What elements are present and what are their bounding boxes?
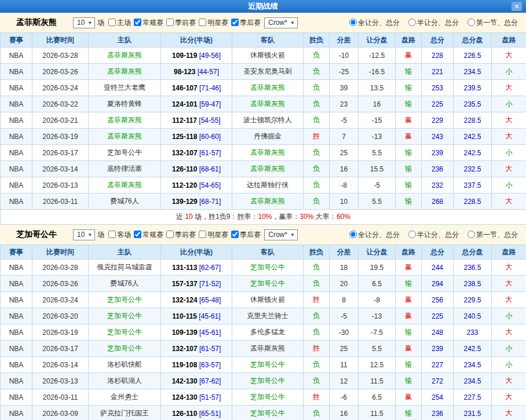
section-team-0: 孟菲斯灰熊 10 ▼ 场 主场 常规赛 季前赛 明星赛 季后赛 Crow* ▼ … xyxy=(0,13,526,225)
total-points-cell: 221 xyxy=(422,64,454,80)
filter-checkbox-playoffs-0[interactable]: 季后赛 xyxy=(228,18,261,28)
point-diff-cell: -25 xyxy=(330,64,359,80)
chevron-down-icon: ▼ xyxy=(290,20,295,25)
filter-checkbox-preseason-0[interactable]: 季前赛 xyxy=(163,18,196,28)
radio-input[interactable] xyxy=(349,231,357,238)
half-score: [54-65] xyxy=(197,181,221,189)
point-diff-cell: 16 xyxy=(330,161,359,177)
point-diff-cell: -10 xyxy=(330,48,359,64)
total-points-cell: 243 xyxy=(422,129,454,145)
handicap-line-cell: 11.5 xyxy=(359,406,396,420)
total-points-cell: 225 xyxy=(422,308,454,324)
point-diff-cell: -5 xyxy=(330,112,359,129)
result-cell: 负 xyxy=(304,357,330,373)
date-cell: 2026-03-24 xyxy=(32,80,89,96)
over-under-cell: 大 xyxy=(492,129,526,145)
total-points-cell: 236 xyxy=(422,161,454,177)
game-row: NBA2026-03-26孟菲斯灰熊98-123 [44-57]圣安东尼奥马刺负… xyxy=(1,64,526,80)
radio-input[interactable] xyxy=(467,19,475,26)
home-team-cell: 俄克拉荷马城雷霆 xyxy=(89,260,161,276)
playoffs-checkbox-1[interactable] xyxy=(231,231,239,238)
handicap-result-cell: 输 xyxy=(396,324,422,341)
filter-checkbox-allstar-0[interactable]: 明星赛 xyxy=(196,18,228,28)
league-cell: NBA xyxy=(1,96,32,112)
game-row: NBA2026-03-21孟菲斯灰熊112-117 [54-55]波士顿凯尔特人… xyxy=(1,112,526,129)
radio-input[interactable] xyxy=(408,19,416,26)
total-line-cell: 234.5 xyxy=(454,373,492,389)
total-points-cell: 253 xyxy=(422,80,454,96)
home-team-cell: 芝加哥公牛 xyxy=(89,145,161,161)
result-cell: 负 xyxy=(304,64,330,80)
col-header-away: 客队 xyxy=(232,245,304,260)
total-line-cell: 231.5 xyxy=(454,406,492,420)
close-icon[interactable]: ✕ xyxy=(512,2,522,11)
games-tbody-0: NBA2026-03-28孟菲斯灰熊109-119 [49-56]休斯顿火箭负-… xyxy=(1,48,526,225)
venue-checkbox-0[interactable] xyxy=(108,19,116,26)
allstar-checkbox-1[interactable] xyxy=(199,231,206,238)
preseason-checkbox-1[interactable] xyxy=(166,231,174,238)
handicap-line-cell: -16.5 xyxy=(359,64,396,80)
radio-input[interactable] xyxy=(467,231,475,238)
radio-half-handicap-1[interactable]: 半让分、总分 xyxy=(406,230,459,240)
games-count-select-0[interactable]: 10 ▼ xyxy=(73,17,95,28)
venue-checkbox-1[interactable] xyxy=(108,231,116,238)
radio-first-quarter-0[interactable]: 第一节、总分 xyxy=(465,18,518,28)
col-header-total: 总分 xyxy=(422,245,454,260)
half-score: [65-48] xyxy=(198,296,221,304)
game-row: NBA2026-03-24亚特兰大老鹰146-107 [71-46]孟菲斯灰熊负… xyxy=(1,80,526,96)
col-header-diff: 分差 xyxy=(330,33,359,48)
point-diff-cell: 18 xyxy=(330,260,359,276)
score-cell: 126-110 [65-51] xyxy=(161,406,232,420)
preseason-checkbox-0[interactable] xyxy=(166,19,174,26)
total-line-cell: 227.5 xyxy=(454,389,492,406)
filter-checkbox-playoffs-1[interactable]: 季后赛 xyxy=(228,230,261,240)
allstar-checkbox-0[interactable] xyxy=(199,19,206,26)
radio-full-handicap-0[interactable]: 全让分、总分 xyxy=(346,18,400,28)
handicap-result-cell: 赢 xyxy=(396,341,422,357)
regular-season-checkbox-1[interactable] xyxy=(134,231,141,238)
date-cell: 2026-03-11 xyxy=(32,193,89,210)
chevron-down-icon: ▼ xyxy=(87,20,92,25)
game-row: NBA2026-03-24芝加哥公牛132-124 [65-48]休斯顿火箭胜8… xyxy=(1,292,526,308)
league-cell: NBA xyxy=(1,389,32,406)
final-score: 112-117 xyxy=(172,116,197,125)
filter-checkbox-allstar-1[interactable]: 明星赛 xyxy=(196,230,228,240)
results-table-1: 赛事 比赛时间 主队 比分(半场) 客队 胜负 分差 让分盘 盘路 总分 总分盘… xyxy=(0,244,526,420)
games-tbody-1: NBA2026-03-28俄克拉荷马城雷霆131-113 [62-67]芝加哥公… xyxy=(1,260,526,420)
over-under-cell: 大 xyxy=(492,373,526,389)
radio-full-handicap-1[interactable]: 全让分、总分 xyxy=(346,230,400,240)
away-team-cell: 孟菲斯灰熊 xyxy=(232,341,304,357)
games-count-select-1[interactable]: 10 ▼ xyxy=(73,229,95,240)
column-header-row: 赛事 比赛时间 主队 比分(半场) 客队 胜负 分差 让分盘 盘路 总分 总分盘… xyxy=(1,245,526,260)
filter-checkbox-venue-0[interactable]: 主场 xyxy=(105,18,131,28)
away-team-cell: 休斯顿火箭 xyxy=(232,292,304,308)
playoffs-checkbox-0[interactable] xyxy=(231,19,239,26)
filter-checkbox-venue-1[interactable]: 客场 xyxy=(105,230,131,240)
league-cell: NBA xyxy=(1,357,32,373)
regular-season-checkbox-0[interactable] xyxy=(134,19,141,26)
handicap-result-cell: 赢 xyxy=(396,308,422,324)
home-team-cell: 芝加哥公牛 xyxy=(89,308,161,324)
radio-half-handicap-0[interactable]: 半让分、总分 xyxy=(406,18,459,28)
company-select-1[interactable]: Crow* ▼ xyxy=(264,229,298,240)
league-cell: NBA xyxy=(1,406,32,420)
half-score: [62-67] xyxy=(197,264,221,272)
filter-checkbox-regular-0[interactable]: 常规赛 xyxy=(131,18,163,28)
company-select-0[interactable]: Crow* ▼ xyxy=(264,17,298,28)
total-line-cell: 237.5 xyxy=(454,177,492,193)
result-cell: 负 xyxy=(304,80,330,96)
col-header-diff: 分差 xyxy=(330,245,359,260)
score-cell: 132-107 [61-57] xyxy=(161,341,232,357)
date-cell: 2026-03-14 xyxy=(32,161,89,177)
game-row: NBA2026-03-14洛杉矶快船119-108 [63-57]芝加哥公牛负1… xyxy=(1,357,526,373)
radio-input[interactable] xyxy=(349,19,357,26)
radio-input[interactable] xyxy=(408,231,416,238)
half-score: [63-57] xyxy=(197,361,221,369)
away-team-cell: 芝加哥公牛 xyxy=(232,260,304,276)
filter-checkbox-preseason-1[interactable]: 季前赛 xyxy=(163,230,196,240)
filter-checkbox-regular-1[interactable]: 常规赛 xyxy=(131,230,163,240)
total-points-cell: 268 xyxy=(422,193,454,210)
radio-first-quarter-1[interactable]: 第一节、总分 xyxy=(465,230,518,240)
games-count-value-1: 10 xyxy=(77,231,85,239)
handicap-result-cell: 输 xyxy=(396,96,422,112)
